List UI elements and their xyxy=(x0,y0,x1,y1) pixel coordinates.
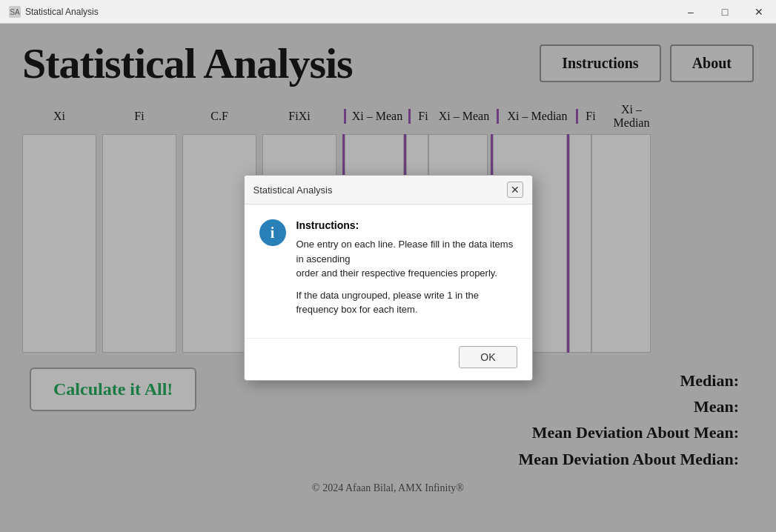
modal-dialog: Statistical Analysis ✕ i Instructions: O… xyxy=(244,175,533,381)
modal-body: i Instructions: One entry on each line. … xyxy=(245,205,532,332)
modal-line1: One entry on each line. Please fill in t… xyxy=(296,237,517,281)
title-bar-label: Statistical Analysis xyxy=(25,7,99,17)
minimize-button[interactable]: – xyxy=(674,0,708,24)
modal-text-section: Instructions: One entry on each line. Pl… xyxy=(296,219,517,325)
modal-text: One entry on each line. Please fill in t… xyxy=(296,237,517,317)
instructions-heading: Instructions: xyxy=(296,219,517,231)
window-controls: – □ ✕ xyxy=(674,0,776,24)
svg-text:SA: SA xyxy=(10,8,20,16)
modal-header: Statistical Analysis ✕ xyxy=(245,176,532,205)
modal-overlay: Statistical Analysis ✕ i Instructions: O… xyxy=(0,24,776,532)
modal-footer: OK xyxy=(245,338,532,380)
title-bar: SA Statistical Analysis – □ ✕ xyxy=(0,0,776,24)
info-icon: i xyxy=(259,219,286,246)
modal-ok-button[interactable]: OK xyxy=(459,346,517,368)
maximize-button[interactable]: □ xyxy=(708,0,742,24)
app-icon: SA xyxy=(9,6,21,18)
modal-close-button[interactable]: ✕ xyxy=(507,182,523,198)
modal-title: Statistical Analysis xyxy=(253,184,333,196)
title-bar-text: SA Statistical Analysis xyxy=(9,6,99,18)
close-button[interactable]: ✕ xyxy=(742,0,776,24)
modal-line3: If the data ungrouped, please write 1 in… xyxy=(296,288,517,317)
